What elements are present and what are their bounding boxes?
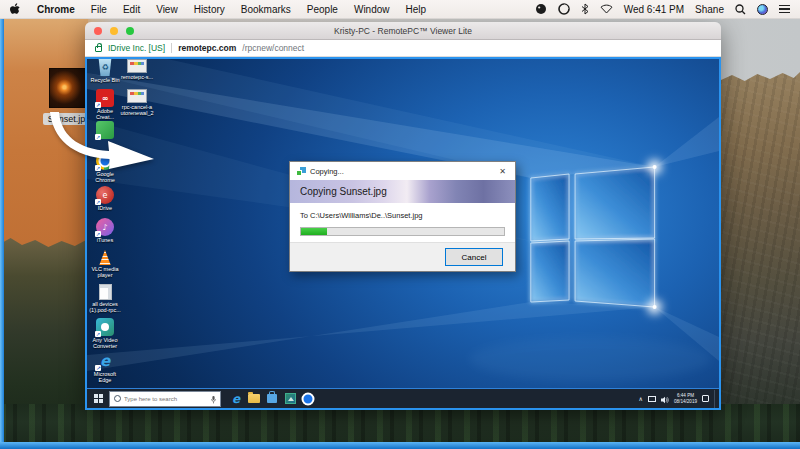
screenshot-file-icon (127, 89, 147, 103)
desktop-icon-remotepc-screenshot[interactable]: remotepc-s... (120, 59, 154, 80)
cancel-button[interactable]: Cancel (445, 248, 503, 266)
menu-history[interactable]: History (194, 4, 225, 15)
taskbar-search-input[interactable] (124, 396, 208, 402)
apple-menu-icon[interactable] (10, 3, 21, 16)
menu-bookmarks[interactable]: Bookmarks (241, 4, 291, 15)
progress-fill (301, 228, 327, 235)
tray-display-icon[interactable] (648, 396, 656, 402)
any-video-converter-icon: ↗ (96, 318, 114, 336)
menubar-user[interactable]: Shane (695, 4, 724, 15)
window-title: Kristy-PC - RemotePC™ Viewer Lite (334, 26, 472, 36)
shortcut-badge: ↗ (95, 199, 101, 205)
remote-desktop-viewport: ♻ Recycle Bin ∞↗ Adobe Creat... ↗ ↗ Goog… (85, 57, 721, 410)
drag-direction-arrow (48, 112, 160, 174)
desktop-icon-idrive[interactable]: e↗ IDrive (88, 186, 122, 211)
document-icon (99, 284, 112, 300)
show-desktop-button[interactable] (714, 390, 717, 408)
shortcut-badge: ↗ (95, 102, 101, 108)
tray-speaker-icon[interactable] (661, 390, 669, 408)
copy-files-icon (296, 167, 306, 176)
taskbar-date: 08/14/2019 (674, 399, 697, 405)
itunes-icon: ♪↗ (96, 218, 114, 236)
menu-help[interactable]: Help (406, 4, 427, 15)
shortcut-badge: ↗ (95, 365, 101, 371)
close-window-button[interactable] (94, 27, 102, 35)
screenshot-border-left (0, 19, 4, 449)
desktop-icon-any-video-converter[interactable]: ↗ Any Video Converter (88, 318, 122, 350)
screenshot-file-icon (127, 59, 147, 73)
dialog-titlebar[interactable]: Copying... ✕ (290, 162, 515, 180)
wallpaper-right-cliff (721, 70, 800, 449)
menu-edit[interactable]: Edit (123, 4, 140, 15)
macos-menu-bar: Chrome File Edit View History Bookmarks … (0, 0, 800, 19)
desktop-icon-vlc[interactable]: VLC media player (88, 250, 122, 279)
desktop-icon-recycle-bin[interactable]: ♻ Recycle Bin (88, 59, 122, 83)
bluetooth-icon[interactable] (581, 3, 589, 15)
sunset-thumbnail[interactable] (49, 68, 89, 108)
url-host[interactable]: remotepc.com (178, 43, 236, 53)
taskbar-clock[interactable]: 6:44 PM 08/14/2019 (674, 393, 697, 404)
menu-file[interactable]: File (91, 4, 107, 15)
ssl-lock-icon[interactable] (95, 46, 102, 52)
taskbar-file-explorer-icon[interactable] (248, 393, 260, 405)
taskbar-time: 6:44 PM (674, 393, 697, 399)
microphone-icon[interactable] (211, 390, 216, 408)
desktop-icon-document[interactable]: all devices (1).pod-rpc... (88, 284, 122, 314)
menu-app-name[interactable]: Chrome (37, 4, 75, 15)
dialog-close-icon[interactable]: ✕ (496, 167, 509, 176)
chrome-window: Kristy-PC - RemotePC™ Viewer Lite IDrive… (85, 22, 721, 410)
vlc-icon (98, 250, 113, 265)
screenshot-border-bottom (0, 442, 800, 449)
status-app-icon-1[interactable] (535, 3, 547, 15)
idrive-icon: e↗ (96, 186, 114, 204)
minimize-window-button[interactable] (110, 27, 118, 35)
adobe-cc-icon: ∞↗ (96, 89, 114, 107)
dialog-footer: Cancel (290, 242, 515, 271)
notification-center-icon[interactable] (779, 5, 790, 14)
shortcut-badge: ↗ (95, 231, 101, 237)
edge-icon: e↗ (96, 352, 114, 370)
taskbar-edge-icon[interactable]: e (230, 393, 242, 405)
ssl-organization[interactable]: IDrive Inc. [US] (108, 43, 165, 53)
wifi-icon[interactable] (600, 4, 613, 14)
dialog-title: Copying... (310, 167, 344, 176)
taskbar-photos-icon[interactable] (284, 393, 296, 405)
copying-dialog: Copying... ✕ Copying Sunset.jpg To C:\Us… (289, 161, 516, 272)
shortcut-badge: ↗ (95, 331, 101, 337)
windows-desktop[interactable]: ♻ Recycle Bin ∞↗ Adobe Creat... ↗ ↗ Goog… (87, 59, 719, 388)
copy-progress-bar (300, 227, 505, 236)
taskbar-store-icon[interactable] (266, 393, 278, 405)
url-path[interactable]: /rpcnew/connect (242, 43, 304, 53)
copy-destination-path: To C:\Users\Williams\De..\Sunset.jpg (300, 211, 505, 220)
taskbar-search-box[interactable] (109, 391, 221, 407)
action-center-icon[interactable] (702, 395, 709, 402)
recycle-bin-icon: ♻ (98, 59, 113, 76)
windows-logo-icon (94, 394, 103, 403)
dialog-banner: Copying Sunset.jpg (290, 180, 515, 203)
spotlight-search-icon[interactable] (735, 4, 746, 15)
desktop-icon-microsoft-edge[interactable]: e↗ Microsoft Edge (88, 352, 122, 384)
window-titlebar[interactable]: Kristy-PC - RemotePC™ Viewer Lite (85, 22, 721, 40)
menubar-clock[interactable]: Wed 6:41 PM (624, 4, 684, 15)
desktop-icon-itunes[interactable]: ♪↗ iTunes (88, 218, 122, 243)
zoom-window-button[interactable] (126, 27, 134, 35)
address-separator (171, 43, 172, 53)
siri-icon[interactable] (757, 4, 768, 15)
cortana-icon (114, 395, 121, 402)
menu-window[interactable]: Window (354, 4, 390, 15)
address-bar[interactable]: IDrive Inc. [US] remotepc.com/rpcnew/con… (85, 40, 721, 57)
start-button[interactable] (87, 389, 109, 409)
taskbar-chrome-icon[interactable] (302, 393, 314, 405)
dialog-heading: Copying Sunset.jpg (300, 186, 387, 197)
windows-taskbar: e ∧ 6:44 PM 08/14/2019 (87, 388, 719, 408)
status-app-icon-2[interactable] (558, 3, 570, 15)
menu-people[interactable]: People (307, 4, 338, 15)
tray-chevron-icon[interactable]: ∧ (639, 395, 643, 402)
menu-view[interactable]: View (156, 4, 178, 15)
